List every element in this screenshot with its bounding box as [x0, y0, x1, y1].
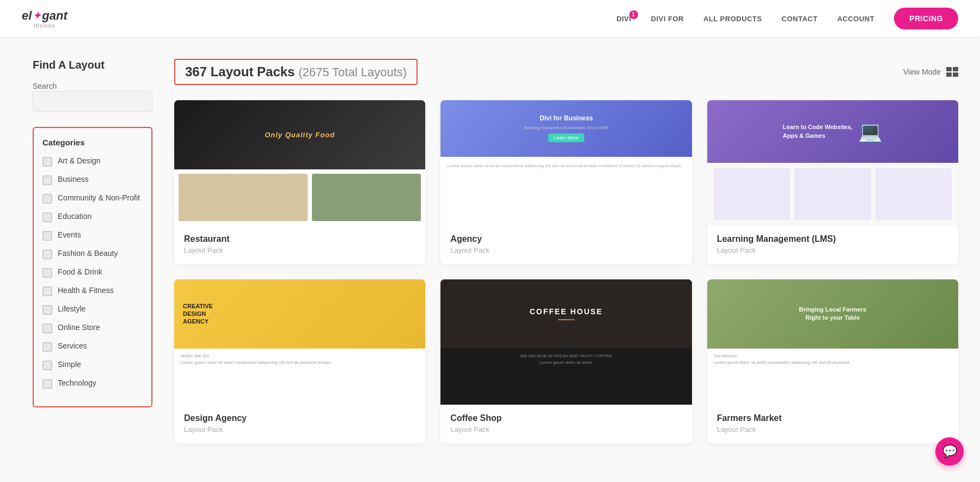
category-checkbox-events[interactable] — [42, 231, 52, 241]
category-item-art-design[interactable]: Art & Design — [42, 156, 143, 167]
category-item-fashion-beauty[interactable]: Fashion & Beauty — [42, 248, 143, 259]
category-checkbox-community-nonprofit[interactable] — [42, 194, 52, 204]
layout-count-detail: (2675 Total Layouts) — [298, 65, 407, 79]
category-item-health-fitness[interactable]: Health & Fitness — [42, 285, 143, 296]
layout-card-farmers-market[interactable]: Bringing Local FarmersRight to your Tabl… — [707, 279, 958, 443]
card-info-design-agency: Design Agency Layout Pack — [174, 405, 425, 443]
category-item-education[interactable]: Education — [42, 211, 143, 222]
view-mode: View Mode — [903, 67, 958, 77]
main-header: 367 Layout Packs (2675 Total Layouts) Vi… — [174, 59, 958, 85]
chat-bubble[interactable]: 💬 — [935, 437, 964, 465]
category-checkbox-education[interactable] — [42, 212, 52, 222]
category-label-fashion-beauty: Fashion & Beauty — [58, 248, 118, 259]
nav-account[interactable]: ACCOUNT — [837, 15, 875, 23]
card-subtitle-coffee-shop: Layout Pack — [450, 425, 682, 434]
card-title-design-agency: Design Agency — [184, 413, 415, 423]
category-checkbox-services[interactable] — [42, 342, 52, 352]
layout-card-restaurant[interactable]: Only Quality Food Restaurant Layout Pack — [174, 100, 425, 264]
card-title-agency: Agency — [450, 234, 682, 244]
category-item-technology[interactable]: Technology — [42, 378, 143, 389]
nav-divi[interactable]: DIVI 1 — [616, 15, 631, 23]
card-subtitle-design-agency: Layout Pack — [184, 425, 415, 434]
card-title-restaurant: Restaurant — [184, 234, 415, 244]
card-subtitle-farmers-market: Layout Pack — [717, 425, 948, 434]
category-checkbox-fashion-beauty[interactable] — [42, 249, 52, 259]
main-nav: DIVI 1 DIVI FOR ALL PRODUCTS CONTACT ACC… — [616, 8, 958, 29]
category-label-online-store: Online Store — [58, 322, 100, 333]
category-checkbox-food-drink[interactable] — [42, 268, 52, 278]
card-title-farmers-market: Farmers Market — [717, 413, 948, 423]
category-checkbox-online-store[interactable] — [42, 324, 52, 333]
card-info-coffee-shop: Coffee Shop Layout Pack — [440, 405, 691, 443]
view-mode-grid-icon[interactable] — [946, 67, 958, 77]
category-checkbox-art-design[interactable] — [42, 157, 52, 167]
card-subtitle-restaurant: Layout Pack — [184, 246, 415, 254]
card-title-coffee-shop: Coffee Shop — [450, 413, 682, 423]
category-checkbox-simple[interactable] — [42, 361, 52, 370]
page-content: Find A Layout Search Categories Art & De… — [0, 37, 980, 465]
search-input[interactable] — [33, 91, 152, 112]
divi-badge: 1 — [629, 10, 638, 19]
category-item-lifestyle[interactable]: Lifestyle — [42, 304, 143, 315]
category-item-business[interactable]: Business — [42, 174, 143, 185]
nav-divi-for[interactable]: DIVI FOR — [651, 15, 684, 23]
layout-card-design-agency[interactable]: CREATIVEDESIGNAGENCY WHAT WE DOLorem ips… — [174, 279, 425, 443]
logo-star-icon: ✦ — [33, 10, 41, 22]
search-label: Search — [33, 82, 57, 90]
logo[interactable]: el ✦ gant themes — [22, 9, 68, 29]
card-info-restaurant: Restaurant Layout Pack — [174, 225, 425, 264]
sidebar: Find A Layout Search Categories Art & De… — [33, 59, 152, 443]
logo-subtitle: themes — [34, 23, 56, 29]
card-info-farmers-market: Farmers Market Layout Pack — [707, 405, 958, 443]
categories-box: Categories Art & Design Business Communi… — [33, 127, 152, 407]
category-checkbox-health-fitness[interactable] — [42, 286, 52, 296]
categories-title: Categories — [42, 138, 143, 147]
category-label-education: Education — [58, 211, 91, 222]
main-area: 367 Layout Packs (2675 Total Layouts) Vi… — [174, 59, 958, 443]
category-label-services: Services — [58, 341, 87, 352]
card-subtitle-agency: Layout Pack — [450, 246, 682, 254]
view-mode-label: View Mode — [903, 68, 941, 76]
category-checkbox-technology[interactable] — [42, 379, 52, 389]
card-subtitle-lms: Layout Pack — [717, 246, 948, 254]
chat-icon: 💬 — [942, 444, 957, 459]
category-label-lifestyle: Lifestyle — [58, 304, 85, 315]
category-label-community-nonprofit: Community & Non-Profit — [58, 193, 140, 204]
nav-all-products[interactable]: ALL PRODUCTS — [703, 15, 762, 23]
category-label-business: Business — [58, 174, 89, 185]
category-item-events[interactable]: Events — [42, 230, 143, 241]
category-label-food-drink: Food & Drink — [58, 267, 102, 278]
layout-count: 367 Layout Packs (2675 Total Layouts) — [174, 59, 418, 85]
category-item-online-store[interactable]: Online Store — [42, 322, 143, 333]
layout-card-coffee-shop[interactable]: COFFEE HOUSE WE BELIEVE IN FRESH AND TAS… — [440, 279, 691, 443]
category-checkbox-lifestyle[interactable] — [42, 305, 52, 315]
category-item-food-drink[interactable]: Food & Drink — [42, 267, 143, 278]
category-item-community-nonprofit[interactable]: Community & Non-Profit — [42, 193, 143, 204]
layout-grid: Only Quality Food Restaurant Layout Pack… — [174, 100, 958, 443]
category-checkbox-business[interactable] — [42, 175, 52, 185]
category-label-art-design: Art & Design — [58, 156, 101, 167]
category-label-events: Events — [58, 230, 81, 241]
categories-list: Art & Design Business Community & Non-Pr… — [42, 156, 143, 389]
category-item-simple[interactable]: Simple — [42, 359, 143, 370]
card-title-lms: Learning Management (LMS) — [717, 234, 948, 244]
sidebar-title: Find A Layout — [33, 59, 152, 71]
card-info-lms: Learning Management (LMS) Layout Pack — [707, 225, 958, 264]
category-label-technology: Technology — [58, 378, 96, 389]
layout-card-agency[interactable]: Divi for Business Building Successful Bu… — [440, 100, 691, 264]
nav-contact[interactable]: CONTACT — [782, 15, 818, 23]
logo-text: el ✦ gant — [22, 9, 68, 23]
layout-card-lms[interactable]: Learn to Code Websites,Apps & Games 💻 Le… — [707, 100, 958, 264]
site-header: el ✦ gant themes DIVI 1 DIVI FOR ALL PRO… — [0, 0, 980, 37]
category-item-services[interactable]: Services — [42, 341, 143, 352]
category-label-simple: Simple — [58, 359, 81, 370]
pricing-button[interactable]: PRICING — [894, 8, 958, 29]
category-label-health-fitness: Health & Fitness — [58, 285, 114, 296]
card-info-agency: Agency Layout Pack — [440, 225, 691, 264]
